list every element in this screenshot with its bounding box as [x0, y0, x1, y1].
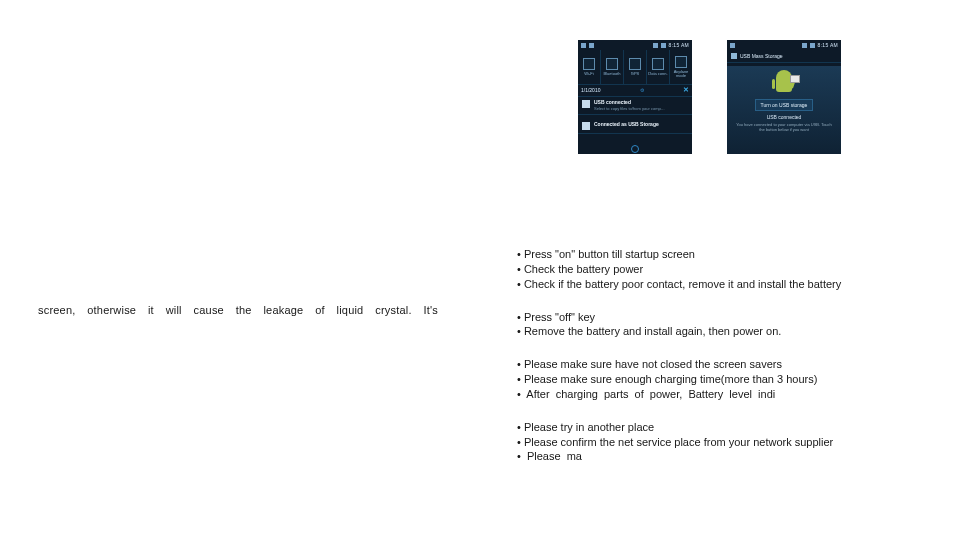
status-bar-left	[730, 43, 735, 48]
signal-icon	[802, 43, 807, 48]
status-bar-left	[581, 43, 594, 48]
airplane-icon	[675, 56, 687, 68]
toggle-label: GPS	[631, 72, 639, 76]
gps-icon	[629, 58, 641, 70]
usb-icon	[730, 43, 735, 48]
usb-icon	[731, 53, 737, 59]
bullet-item: • Press "on" button till startup screen	[517, 247, 937, 262]
clock: 8:15 AM	[669, 42, 689, 48]
status-bar-right: 8:15 AM	[802, 42, 838, 48]
screen-title-bar: USB Mass Storage	[727, 50, 841, 63]
bullet-item: • Please confirm the net service place f…	[517, 435, 937, 450]
bullet-item: • After charging parts of power, Battery…	[517, 387, 937, 402]
status-bar-right: 8:15 AM	[653, 42, 689, 48]
troubleshooting-group: • Please try in another place • Please c…	[517, 420, 937, 465]
notification-text: USB connected Select to copy files to/fr…	[594, 99, 665, 111]
bluetooth-icon	[606, 58, 618, 70]
notification-text: Connected as USB Storage	[594, 121, 659, 127]
toggle-bluetooth[interactable]: Bluetooth	[601, 50, 624, 84]
left-paragraph: screen, otherwise it will cause the leak…	[38, 303, 438, 318]
bullet-item: • Check if the battery poor contact, rem…	[517, 277, 937, 292]
phone-screenshot-notification-panel: 8:15 AM Wi-Fi Bluetooth GPS	[578, 40, 692, 154]
usb-storage-panel: Turn on USB storage USB connected You ha…	[727, 66, 841, 154]
turn-on-usb-storage-button[interactable]: Turn on USB storage	[755, 99, 814, 111]
storage-icon	[582, 122, 590, 130]
bullet-item: • Please make sure have not closed the s…	[517, 357, 937, 372]
notification-title: Connected as USB Storage	[594, 121, 659, 127]
notification-usb-connected[interactable]: USB connected Select to copy files to/fr…	[578, 96, 692, 115]
clock: 8:15 AM	[818, 42, 838, 48]
mount-icon	[589, 43, 594, 48]
notification-date: 1/1/2010	[581, 87, 600, 93]
toggle-airplane[interactable]: Airplane mode	[670, 50, 692, 84]
toggle-label: Bluetooth	[604, 72, 621, 76]
bullet-item: • Please make sure enough charging time(…	[517, 372, 937, 387]
battery-icon	[810, 43, 815, 48]
notification-title: USB connected	[594, 99, 665, 105]
phone-screenshot-usb-storage: 8:15 AM USB Mass Storage Turn on US	[727, 40, 841, 154]
troubleshooting-group: • Press "on" button till startup screen …	[517, 247, 937, 292]
troubleshooting-list: • Press "on" button till startup screen …	[517, 247, 937, 464]
usb-connected-heading: USB connected	[767, 114, 802, 120]
bullet-item: • Please ma	[517, 449, 937, 464]
toggle-wifi[interactable]: Wi-Fi	[578, 50, 601, 84]
data-icon	[652, 58, 664, 70]
notification-subtitle: Select to copy files to/from your comp…	[594, 106, 665, 111]
status-bar: 8:15 AM	[727, 40, 841, 50]
usb-connected-description: You have connected to your computer via …	[727, 123, 841, 133]
toggle-gps[interactable]: GPS	[624, 50, 647, 84]
screenshot-thumbnails: 8:15 AM Wi-Fi Bluetooth GPS	[578, 40, 841, 154]
settings-icon[interactable]: ⚙	[640, 87, 644, 93]
troubleshooting-group: • Press "off" key • Remove the battery a…	[517, 310, 937, 340]
signal-icon	[653, 43, 658, 48]
bullet-item: • Press "off" key	[517, 310, 937, 325]
notification-usb-storage[interactable]: Connected as USB Storage	[578, 118, 692, 134]
bullet-item: • Remove the battery and install again, …	[517, 324, 937, 339]
clear-notifications-button[interactable]: ✕	[683, 86, 689, 94]
wifi-icon	[583, 58, 595, 70]
soft-key-bar	[578, 144, 692, 154]
usb-icon	[582, 100, 590, 108]
quick-toggle-row: Wi-Fi Bluetooth GPS Data conn.	[578, 50, 692, 85]
toggle-label: Airplane mode	[670, 70, 692, 78]
page: screen, otherwise it will cause the leak…	[0, 0, 954, 546]
home-icon[interactable]	[631, 145, 639, 153]
android-robot-icon	[773, 70, 795, 96]
toggle-label: Data conn.	[648, 72, 667, 76]
toggle-label: Wi-Fi	[584, 72, 593, 76]
screen-title: USB Mass Storage	[740, 53, 783, 59]
bullet-item: • Please try in another place	[517, 420, 937, 435]
bullet-item: • Check the battery power	[517, 262, 937, 277]
battery-icon	[661, 43, 666, 48]
troubleshooting-group: • Please make sure have not closed the s…	[517, 357, 937, 402]
status-bar: 8:15 AM	[578, 40, 692, 50]
usb-icon	[581, 43, 586, 48]
toggle-data[interactable]: Data conn.	[647, 50, 670, 84]
